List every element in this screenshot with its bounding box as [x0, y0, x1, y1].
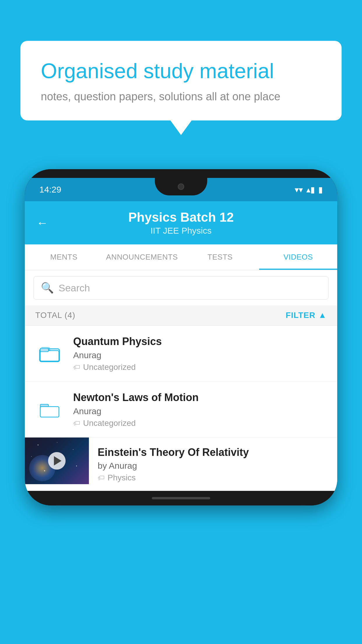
header-title: Physics Batch 12	[36, 210, 326, 225]
phone-wrapper: 14:29 ▾▾ ▴▮ ▮ ← Physics Batch 12 IIT JEE…	[25, 169, 337, 505]
play-button[interactable]	[48, 452, 66, 470]
list-item[interactable]: Einstein's Theory Of Relativity by Anura…	[25, 438, 337, 491]
tab-tests[interactable]: TESTS	[181, 244, 259, 270]
list-item[interactable]: Newton's Laws of Motion Anurag 🏷 Uncateg…	[25, 382, 337, 438]
search-bar-container: 🔍 Search	[25, 270, 337, 305]
folder-icon	[38, 399, 61, 419]
phone-bottom-bar	[25, 491, 337, 505]
bubble-subtitle: notes, question papers, solutions all at…	[41, 90, 321, 103]
play-icon	[54, 456, 61, 466]
list-item[interactable]: Quantum Physics Anurag 🏷 Uncategorized	[25, 326, 337, 382]
svg-rect-3	[40, 351, 59, 361]
video-title: Newton's Laws of Motion	[73, 391, 327, 405]
tag-label: Uncategorized	[83, 363, 136, 372]
speech-bubble: Organised study material notes, question…	[20, 41, 342, 120]
wifi-icon: ▾▾	[295, 185, 303, 195]
app-header: ← Physics Batch 12 IIT JEE Physics	[25, 201, 337, 244]
tabs-bar: MENTS ANNOUNCEMENTS TESTS VIDEOS	[25, 244, 337, 270]
signal-icon: ▴▮	[306, 185, 315, 195]
tag-icon: 🏷	[98, 474, 105, 482]
video-title: Einstein's Theory Of Relativity	[98, 446, 328, 459]
video-author: Anurag	[73, 350, 327, 360]
camera-icon	[178, 183, 184, 190]
tag-label: Uncategorized	[83, 419, 136, 428]
home-bar	[152, 497, 210, 499]
folder-icon-wrap	[35, 343, 64, 363]
search-placeholder: Search	[59, 282, 90, 294]
filter-button[interactable]: FILTER ▲	[286, 311, 327, 320]
filter-label: FILTER	[286, 311, 315, 320]
video-info: Einstein's Theory Of Relativity by Anura…	[89, 438, 337, 491]
tab-announcements[interactable]: ANNOUNCEMENTS	[103, 244, 181, 270]
search-input-wrapper[interactable]: 🔍 Search	[34, 276, 328, 300]
status-bar: 14:29 ▾▾ ▴▮ ▮	[25, 178, 337, 201]
video-thumbnail	[25, 438, 89, 484]
filter-row: TOTAL (4) FILTER ▲	[25, 305, 337, 326]
speech-bubble-container: Organised study material notes, question…	[20, 41, 342, 120]
battery-icon: ▮	[318, 185, 323, 195]
search-icon: 🔍	[41, 282, 54, 294]
phone-screen: ← Physics Batch 12 IIT JEE Physics MENTS…	[25, 201, 337, 491]
tag-icon: 🏷	[73, 419, 80, 427]
phone-device: 14:29 ▾▾ ▴▮ ▮ ← Physics Batch 12 IIT JEE…	[25, 169, 337, 505]
video-tag: 🏷 Uncategorized	[73, 419, 327, 428]
video-author: by Anurag	[98, 461, 328, 471]
tab-videos[interactable]: VIDEOS	[259, 244, 337, 270]
video-tag: 🏷 Uncategorized	[73, 363, 327, 372]
video-tag: 🏷 Physics	[98, 473, 328, 482]
video-author: Anurag	[73, 406, 327, 416]
video-list: Quantum Physics Anurag 🏷 Uncategorized	[25, 326, 337, 491]
tab-ments[interactable]: MENTS	[25, 244, 103, 270]
video-title: Quantum Physics	[73, 335, 327, 349]
header-subtitle: IIT JEE Physics	[36, 226, 326, 236]
filter-icon: ▲	[318, 311, 327, 320]
status-icons: ▾▾ ▴▮ ▮	[295, 185, 323, 195]
bubble-title: Organised study material	[41, 58, 321, 83]
video-info: Quantum Physics Anurag 🏷 Uncategorized	[73, 335, 327, 372]
back-button[interactable]: ←	[36, 216, 48, 230]
total-count-label: TOTAL (4)	[35, 311, 75, 320]
notch	[155, 178, 207, 195]
tag-label: Physics	[108, 473, 136, 482]
tag-icon: 🏷	[73, 363, 80, 371]
phone-top-bar	[25, 169, 337, 178]
svg-rect-4	[40, 348, 48, 352]
folder-icon-wrap	[35, 399, 64, 419]
folder-icon	[38, 343, 61, 363]
svg-rect-6	[40, 407, 59, 417]
status-time: 14:29	[39, 185, 61, 195]
video-info: Newton's Laws of Motion Anurag 🏷 Uncateg…	[73, 391, 327, 428]
